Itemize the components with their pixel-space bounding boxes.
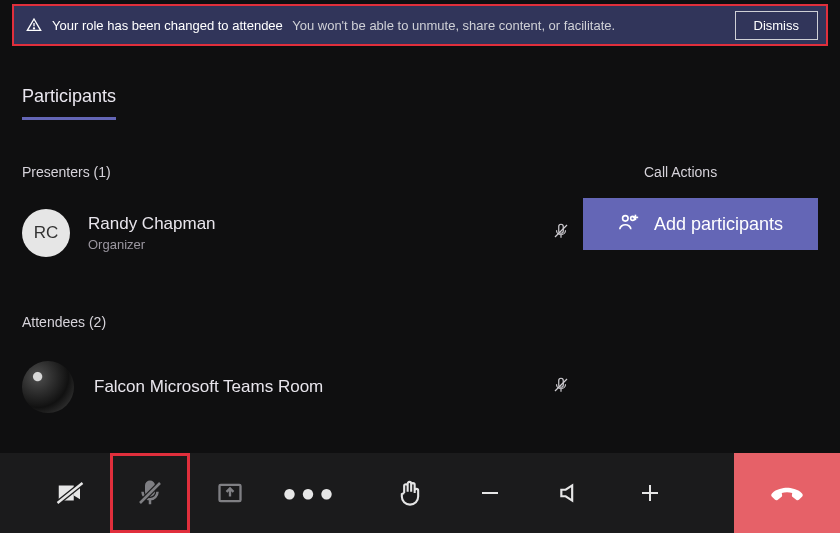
person-info: Randy Chapman Organizer [88, 214, 216, 252]
add-participants-label: Add participants [654, 214, 783, 235]
avatar [22, 361, 74, 413]
plus-icon [638, 481, 662, 505]
hangup-button[interactable] [734, 453, 840, 533]
banner-rest: You won't be able to unmute, share conte… [292, 18, 615, 33]
content-area: Participants Presenters (1) Call Actions… [22, 86, 818, 120]
camera-off-icon [55, 478, 85, 508]
person-name: Falcon Microsoft Teams Room [94, 377, 323, 397]
presenters-label: Presenters (1) [22, 164, 111, 180]
raise-hand-button[interactable] [370, 453, 450, 533]
call-toolbar: ●●● [0, 453, 840, 533]
attendees-label: Attendees (2) [22, 314, 106, 330]
attendee-row: Falcon Microsoft Teams Room [22, 358, 818, 416]
zoom-out-button[interactable] [450, 453, 530, 533]
call-actions-label: Call Actions [644, 164, 717, 180]
svg-point-1 [33, 28, 34, 29]
participants-heading[interactable]: Participants [22, 86, 116, 120]
more-icon: ●●● [282, 479, 338, 507]
add-participants-button[interactable]: Add participants [583, 198, 818, 250]
person-role: Organizer [88, 237, 216, 252]
hangup-icon [768, 472, 806, 514]
dismiss-button[interactable]: Dismiss [735, 11, 819, 40]
role-change-banner: Your role has been changed to attendee Y… [12, 4, 828, 46]
minus-icon [478, 481, 502, 505]
camera-toggle-button[interactable] [30, 453, 110, 533]
raise-hand-icon [396, 479, 424, 507]
mic-off-icon [135, 478, 165, 508]
mic-off-icon [552, 376, 570, 398]
share-content-button[interactable] [190, 453, 270, 533]
zoom-in-button[interactable] [610, 453, 690, 533]
banner-strong: Your role has been changed to attendee [52, 18, 283, 33]
warning-icon [26, 17, 42, 33]
share-icon [216, 479, 244, 507]
person-name: Randy Chapman [88, 214, 216, 234]
svg-point-5 [623, 215, 629, 221]
avatar: RC [22, 209, 70, 257]
volume-icon [557, 480, 583, 506]
volume-button[interactable] [530, 453, 610, 533]
banner-text: Your role has been changed to attendee Y… [52, 18, 725, 33]
more-actions-button[interactable]: ●●● [270, 453, 350, 533]
add-people-icon [618, 211, 640, 238]
mic-off-icon [552, 222, 570, 244]
mic-toggle-button[interactable] [110, 453, 190, 533]
